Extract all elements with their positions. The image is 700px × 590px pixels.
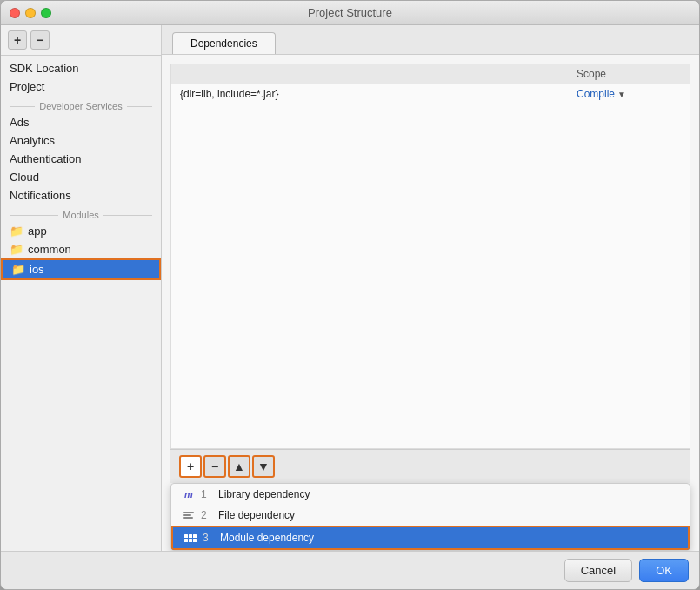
cancel-button[interactable]: Cancel bbox=[564, 559, 632, 582]
sidebar-remove-button[interactable]: − bbox=[30, 30, 50, 50]
scope-value: Compile bbox=[577, 88, 615, 100]
item-number: 3 bbox=[203, 532, 215, 544]
dropdown-popup: m 1 Library dependency 2 bbox=[170, 483, 690, 551]
sidebar-item-ads[interactable]: Ads bbox=[1, 113, 161, 131]
tab-label: Dependencies bbox=[190, 37, 257, 50]
sidebar-item-notifications[interactable]: Notifications bbox=[1, 186, 161, 204]
close-button[interactable] bbox=[10, 8, 20, 18]
dialog-footer: Cancel OK bbox=[1, 551, 699, 589]
header-scope: Scope bbox=[577, 68, 681, 80]
tab-dependencies[interactable]: Dependencies bbox=[172, 32, 276, 54]
move-up-button[interactable]: ▲ bbox=[228, 455, 250, 478]
sidebar-item-app[interactable]: 📁 app bbox=[1, 222, 161, 240]
bottom-toolbar: + − ▲ ▼ bbox=[170, 449, 690, 483]
tab-bar: Dependencies bbox=[162, 25, 699, 55]
sidebar-item-cloud[interactable]: Cloud bbox=[1, 168, 161, 186]
move-down-button[interactable]: ▼ bbox=[252, 455, 275, 478]
module-icon bbox=[183, 532, 197, 544]
scope-cell: Compile ▼ bbox=[577, 88, 681, 100]
ok-button[interactable]: OK bbox=[639, 559, 689, 582]
up-icon: ▲ bbox=[233, 459, 245, 473]
window-controls bbox=[10, 8, 51, 18]
table-row[interactable]: {dir=lib, include=*.jar} Compile ▼ bbox=[171, 84, 690, 104]
sidebar-item-sdk-location[interactable]: SDK Location bbox=[1, 59, 161, 77]
scope-dropdown-arrow: ▼ bbox=[617, 90, 626, 99]
sidebar-item-label: Cloud bbox=[10, 171, 39, 184]
section-header-developer-services: Developer Services bbox=[1, 96, 161, 113]
content-area: + − SDK Location Project Developer Servi… bbox=[1, 25, 699, 551]
dependencies-table: Scope {dir=lib, include=*.jar} Compile ▼ bbox=[170, 64, 690, 449]
sidebar-item-project[interactable]: Project bbox=[1, 77, 161, 96]
item-number: 2 bbox=[201, 509, 213, 521]
sidebar: + − SDK Location Project Developer Servi… bbox=[1, 25, 162, 551]
folder-icon: 📁 bbox=[11, 263, 25, 276]
window-title: Project Structure bbox=[308, 6, 392, 19]
sidebar-item-common[interactable]: 📁 common bbox=[1, 240, 161, 258]
sidebar-item-label: Notifications bbox=[10, 189, 71, 202]
sidebar-item-label: app bbox=[28, 225, 47, 238]
sidebar-item-label: common bbox=[28, 243, 71, 256]
sidebar-list: SDK Location Project Developer Services … bbox=[1, 56, 161, 551]
sidebar-item-label: Analytics bbox=[10, 134, 55, 147]
sidebar-add-button[interactable]: + bbox=[8, 30, 27, 50]
sidebar-item-ios[interactable]: 📁 ios bbox=[1, 258, 161, 280]
folder-icon: 📁 bbox=[10, 225, 23, 238]
dropdown-item-file[interactable]: 2 File dependency bbox=[171, 505, 690, 526]
title-bar: Project Structure bbox=[1, 1, 699, 25]
header-dependency bbox=[180, 68, 577, 80]
dropdown-item-module[interactable]: 3 Module dependency bbox=[171, 526, 690, 550]
remove-icon: − bbox=[211, 459, 218, 473]
add-dependency-button[interactable]: + bbox=[179, 455, 202, 478]
down-icon: ▼ bbox=[257, 459, 270, 473]
folder-icon: 📁 bbox=[10, 243, 23, 256]
item-label: File dependency bbox=[218, 509, 295, 521]
sidebar-item-label: Authentication bbox=[10, 152, 81, 165]
sidebar-toolbar: + − bbox=[1, 25, 161, 56]
section-header-label: Modules bbox=[63, 210, 99, 220]
item-label: Library dependency bbox=[218, 488, 310, 500]
scope-dropdown[interactable]: Compile ▼ bbox=[577, 88, 626, 100]
add-icon: + bbox=[187, 459, 194, 473]
main-panel: Dependencies Scope {dir=lib, include=*.j… bbox=[162, 25, 699, 551]
sidebar-item-analytics[interactable]: Analytics bbox=[1, 131, 161, 150]
sidebar-item-label: ios bbox=[30, 263, 44, 276]
item-label: Module dependency bbox=[220, 532, 314, 544]
library-icon: m bbox=[182, 488, 196, 500]
sidebar-item-label: SDK Location bbox=[10, 62, 79, 75]
section-header-modules: Modules bbox=[1, 204, 161, 222]
dropdown-menu: m 1 Library dependency 2 bbox=[170, 483, 690, 551]
dependency-value: {dir=lib, include=*.jar} bbox=[180, 88, 577, 100]
section-header-label: Developer Services bbox=[39, 101, 122, 111]
file-icon bbox=[182, 509, 196, 521]
sidebar-item-authentication[interactable]: Authentication bbox=[1, 150, 161, 168]
maximize-button[interactable] bbox=[41, 8, 51, 18]
table-header: Scope bbox=[171, 64, 690, 84]
remove-dependency-button[interactable]: − bbox=[203, 455, 226, 478]
dropdown-item-library[interactable]: m 1 Library dependency bbox=[171, 484, 690, 505]
item-number: 1 bbox=[201, 488, 213, 500]
project-structure-window: Project Structure + − SDK Location Proje… bbox=[0, 0, 700, 590]
sidebar-item-label: Ads bbox=[10, 116, 29, 129]
minimize-button[interactable] bbox=[25, 8, 36, 18]
sidebar-item-label: Project bbox=[10, 80, 44, 93]
